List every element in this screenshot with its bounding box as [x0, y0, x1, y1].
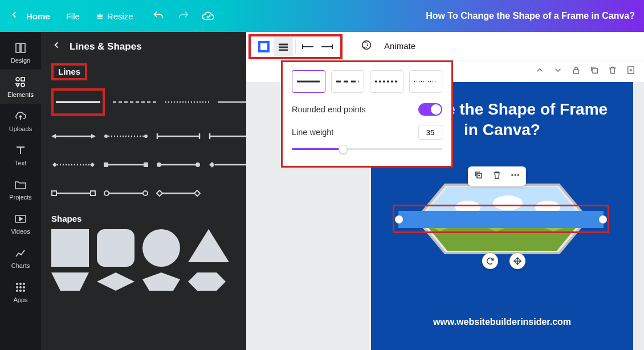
rail-label: Apps [13, 296, 27, 303]
chevron-up-icon[interactable] [535, 65, 545, 78]
rail-label: Design [11, 57, 30, 64]
elements-panel: Lines & Shapes Lines Shapes [41, 32, 246, 350]
rail-label: Videos [11, 228, 30, 235]
selected-line-element[interactable] [398, 211, 604, 228]
rail-elements[interactable]: Elements [0, 70, 41, 104]
line-open-circle[interactable] [104, 185, 148, 201]
copy-icon[interactable] [589, 65, 600, 78]
line-solid-highlight [51, 88, 105, 116]
svg-point-10 [23, 286, 25, 288]
rotate-handle[interactable] [482, 253, 498, 269]
svg-point-38 [104, 191, 109, 196]
style-dashed[interactable] [331, 70, 365, 93]
lines-heading-highlight: Lines [51, 63, 87, 80]
svg-rect-3 [21, 78, 25, 81]
shapes-heading: Shapes [51, 214, 236, 223]
rail-label: Elements [7, 91, 34, 98]
line-diamond-dotted[interactable] [51, 157, 96, 173]
line-color-button[interactable] [254, 37, 274, 56]
redo-button[interactable] [174, 7, 193, 25]
line-dashed[interactable] [113, 94, 157, 110]
more-icon[interactable] [510, 170, 520, 182]
line-bracket[interactable] [156, 128, 201, 144]
canvas-url[interactable]: www.websitebuilderinsider.com [371, 317, 633, 327]
line-bracket-arrow[interactable] [209, 128, 246, 144]
add-page-icon[interactable] [626, 65, 636, 78]
shape-rounded-square[interactable] [97, 229, 134, 267]
home-link[interactable]: Home [26, 11, 50, 21]
svg-rect-44 [259, 42, 268, 51]
rounded-label: Rounded end points [292, 105, 366, 114]
toolbar-highlight [248, 34, 343, 59]
weight-input[interactable] [418, 125, 442, 140]
svg-point-8 [16, 286, 18, 288]
shape-pentagon[interactable] [142, 272, 180, 291]
resize-menu[interactable]: Resize [96, 11, 133, 21]
rail-uploads[interactable]: Uploads [0, 104, 41, 138]
rail-text[interactable]: Text [0, 138, 41, 172]
shape-triangle[interactable] [188, 229, 229, 262]
rail-apps[interactable]: Apps [0, 275, 41, 309]
animate-button[interactable]: Animate [384, 41, 415, 51]
delete-icon[interactable] [492, 170, 502, 182]
svg-rect-37 [91, 191, 95, 196]
lines-heading: Lines [58, 67, 80, 76]
rail-label: Uploads [9, 125, 32, 132]
style-dotted[interactable] [409, 70, 443, 93]
lock-icon[interactable] [571, 65, 581, 78]
line-circle-ends[interactable] [156, 157, 201, 173]
line-start-button[interactable] [298, 37, 317, 56]
shapes-grid [51, 229, 236, 267]
slider-knob[interactable] [339, 145, 348, 154]
shape-square[interactable] [51, 229, 89, 267]
panel-back-icon[interactable] [51, 40, 62, 53]
chevron-down-icon[interactable] [553, 65, 563, 78]
line-style-button[interactable] [274, 37, 293, 56]
resize-handle-left[interactable] [395, 215, 403, 223]
shape-hexagon[interactable] [188, 272, 226, 291]
line-double-arrow[interactable] [51, 128, 96, 144]
back-icon[interactable] [9, 10, 19, 22]
svg-point-56 [493, 196, 523, 210]
shape-diamond[interactable] [97, 272, 134, 291]
rail-design[interactable]: Design [0, 35, 41, 70]
shape-circle[interactable] [142, 229, 180, 267]
floating-toolbar [468, 166, 526, 186]
style-solid[interactable] [292, 70, 325, 93]
animate-icon[interactable] [360, 39, 373, 54]
svg-point-31 [157, 162, 161, 167]
move-handle[interactable] [510, 253, 525, 269]
line-end-button[interactable] [317, 37, 337, 56]
top-bar: Home File Resize How To Change the Shape… [0, 0, 644, 32]
weight-label: Line weight [292, 128, 333, 137]
svg-point-33 [195, 162, 200, 167]
line-arrow[interactable] [218, 94, 246, 110]
undo-button[interactable] [149, 7, 168, 25]
style-short-dash[interactable] [370, 70, 403, 93]
line-diamond-ends[interactable] [209, 157, 246, 173]
svg-point-40 [143, 191, 148, 196]
duplicate-icon[interactable] [474, 170, 484, 182]
svg-point-6 [19, 283, 22, 285]
crown-icon [96, 12, 104, 20]
trash-icon[interactable] [608, 65, 618, 78]
line-open-diamond[interactable] [156, 185, 201, 201]
rail-projects[interactable]: Projects [0, 172, 41, 206]
svg-point-2 [16, 78, 19, 81]
weight-slider[interactable] [292, 143, 442, 154]
document-title[interactable]: How To Change the Shape of a Frame in Ca… [426, 11, 635, 21]
shape-trapezoid-down[interactable] [51, 272, 89, 291]
resize-handle-right[interactable] [599, 215, 607, 223]
cloud-sync-icon[interactable] [199, 7, 218, 25]
rail-charts[interactable]: Charts [0, 241, 41, 275]
line-dotted-barbell[interactable] [104, 128, 148, 144]
rail-videos[interactable]: Videos [0, 206, 41, 241]
line-dotted[interactable] [165, 94, 210, 110]
file-menu[interactable]: File [66, 11, 80, 21]
line-open-square[interactable] [51, 185, 96, 201]
rounded-toggle[interactable] [418, 103, 442, 116]
line-solid[interactable] [56, 94, 100, 110]
separator [295, 39, 296, 54]
line-square-ends[interactable] [104, 157, 148, 173]
svg-point-7 [23, 283, 25, 285]
